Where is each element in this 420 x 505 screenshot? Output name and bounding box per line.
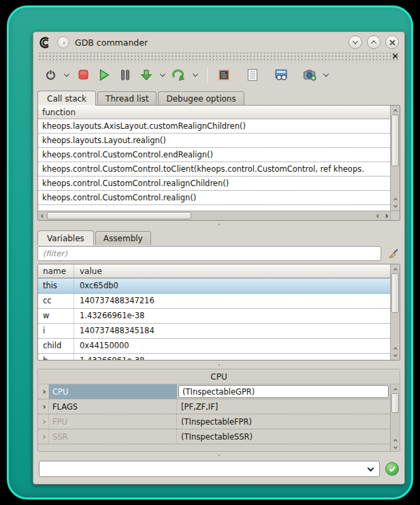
panel-splitter[interactable] (33, 361, 404, 369)
broom-icon (387, 248, 399, 260)
watch-button[interactable] (272, 66, 290, 84)
scrollbar-thumb[interactable] (47, 212, 191, 219)
snapshot-button[interactable] (301, 66, 319, 84)
variable-row[interactable]: i 140737488345184 (38, 324, 390, 339)
power-button[interactable] (42, 66, 59, 84)
gdb-commander-window: GDB commander ✕ (33, 31, 405, 485)
column-value[interactable]: value (74, 264, 390, 277)
power-dropdown[interactable] (63, 66, 71, 84)
variables-panel: name value this 0xc65db0 cc 140737488347… (37, 264, 400, 361)
step-dropdown[interactable] (159, 66, 167, 84)
close-icon (389, 40, 395, 46)
stack-frame-row[interactable]: kheops.control.CustomControl.toClient(kh… (38, 162, 390, 177)
variable-row[interactable]: w 1.43266961e-38 (38, 309, 390, 324)
panel-splitter[interactable] (33, 221, 404, 228)
shade-button[interactable] (349, 35, 362, 49)
variable-row[interactable]: b 1.43266961e-38 (38, 354, 390, 360)
document-icon (247, 69, 258, 81)
call-stack-panel: function kheops.layouts.AxisLayout.custo… (37, 105, 400, 221)
scrollbar-thumb[interactable] (391, 393, 399, 413)
stack-frame-row[interactable]: kheops.control.CustomControl.realign() (38, 191, 390, 205)
cpu-register-row[interactable]: FPU (TInspectableFPR) (38, 414, 390, 429)
snapshot-dropdown[interactable] (322, 66, 330, 84)
cpu-register-row[interactable]: SSR (TInspectableSSR) (38, 429, 390, 444)
titlebar[interactable]: GDB commander (33, 32, 404, 52)
play-icon (99, 69, 110, 81)
stack-horizontal-scrollbar[interactable] (38, 211, 390, 220)
scroll-down-icon[interactable] (391, 202, 400, 211)
cpu-inspector: CPU CPU (TInspectableGPR) FLAGS [PF,ZF,I… (37, 369, 400, 452)
scroll-right-icon[interactable] (382, 211, 390, 220)
scroll-up-icon[interactable] (391, 437, 400, 444)
camera-plus-icon (303, 69, 317, 81)
cpu-view-button[interactable] (215, 66, 233, 84)
stack-vertical-scrollbar[interactable] (390, 106, 400, 211)
scroll-left-icon[interactable] (374, 211, 382, 220)
vars-vertical-scrollbar[interactable] (390, 264, 400, 360)
column-name[interactable]: name (38, 264, 74, 277)
variable-row[interactable]: this 0xc65db0 (38, 278, 390, 294)
stack-frame-row[interactable]: kheops.layouts.AxisLayout.customRealignC… (38, 119, 390, 134)
chevron-down-icon (353, 38, 358, 44)
tab-thread-list[interactable]: Thread list (97, 91, 157, 105)
gdb-command-combobox[interactable] (39, 461, 380, 477)
expand-icon[interactable] (38, 429, 49, 444)
dock-close-button[interactable]: ✕ (391, 51, 399, 61)
stop-icon (78, 70, 88, 80)
step-button[interactable] (138, 66, 155, 84)
pause-button[interactable] (116, 66, 134, 84)
scrollbar-thumb[interactable] (391, 273, 399, 313)
stack-frame-row[interactable]: kheops.layouts.Layout.realign() (38, 134, 390, 148)
stack-frame-row[interactable]: kheops.control.CustomControl.realignChil… (38, 177, 390, 191)
chevron-down-icon (193, 71, 198, 76)
continue-button[interactable] (170, 66, 188, 84)
cpu-register-row[interactable]: CPU (TInspectableGPR) (38, 384, 390, 399)
scroll-up-icon[interactable] (391, 195, 400, 202)
clear-filter-button[interactable] (385, 246, 400, 261)
scroll-up-icon[interactable] (391, 264, 400, 273)
window-menu-button[interactable] (57, 36, 69, 48)
variable-row[interactable]: child 0x44150000 (38, 339, 390, 354)
stack-tabbar: Call stack Thread list Debugee options (33, 88, 404, 105)
messages-button[interactable] (244, 66, 261, 84)
scroll-down-icon[interactable] (391, 352, 400, 360)
send-command-button[interactable] (385, 462, 399, 476)
dock-grip[interactable]: ✕ (37, 52, 400, 63)
chevron-down-icon (323, 71, 329, 76)
tab-variables[interactable]: Variables (37, 230, 94, 245)
arrow-down-icon (140, 69, 152, 81)
cpu-panel-title: CPU (38, 369, 400, 384)
window-title: GDB commander (75, 37, 343, 48)
vars-tabbar: Variables Assembly (33, 228, 404, 245)
debug-toolbar (33, 63, 404, 88)
scroll-up-icon[interactable] (391, 344, 400, 352)
tab-debugee-options[interactable]: Debugee options (158, 91, 244, 105)
power-icon (45, 69, 56, 80)
scrollbar-thumb[interactable] (391, 114, 399, 166)
scroll-left-icon[interactable] (38, 211, 47, 220)
stack-frame-row[interactable]: kheops.control.CustomControl.endRealign(… (38, 148, 390, 162)
chip-icon (218, 69, 230, 81)
tab-assembly[interactable]: Assembly (95, 231, 151, 245)
continue-dropdown[interactable] (191, 66, 199, 84)
run-button[interactable] (95, 66, 113, 84)
cpu-vertical-scrollbar[interactable] (390, 384, 400, 451)
cpu-register-row[interactable]: FLAGS [PF,ZF,IF] (38, 399, 390, 414)
unshade-button[interactable] (367, 35, 381, 49)
variable-row[interactable]: cc 140737488347216 (38, 294, 390, 309)
scroll-down-icon[interactable] (391, 444, 400, 451)
arrow-continue-icon (172, 69, 186, 81)
scroll-up-icon[interactable] (391, 106, 400, 114)
scroll-up-icon[interactable] (391, 384, 400, 393)
filter-row (33, 245, 404, 264)
expand-icon[interactable] (38, 399, 49, 414)
close-button[interactable] (385, 35, 399, 49)
tab-call-stack[interactable]: Call stack (37, 91, 96, 106)
stop-button[interactable] (74, 66, 92, 84)
stack-column-header[interactable]: function (38, 106, 390, 119)
register-value-editor[interactable]: (TInspectableGPR) (178, 385, 389, 398)
filter-input[interactable] (37, 246, 381, 261)
expand-icon[interactable] (38, 384, 49, 399)
expand-icon[interactable] (38, 414, 49, 429)
watch-icon (274, 69, 288, 81)
